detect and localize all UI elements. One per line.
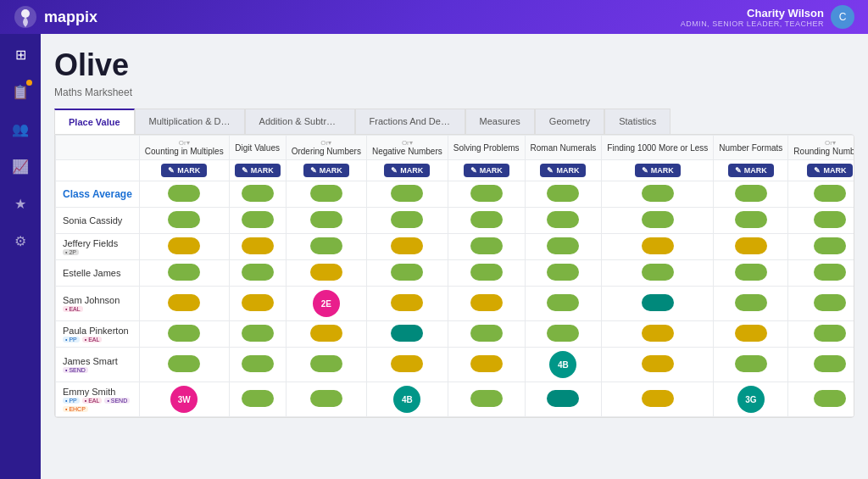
mark-btn-finding[interactable]: MARK bbox=[602, 160, 714, 181]
mark-btn-solving[interactable]: MARK bbox=[448, 160, 525, 181]
mark-btn-rounding-btn[interactable]: MARK bbox=[807, 164, 853, 177]
data-cell bbox=[448, 234, 525, 260]
user-info: Charity Wilson ADMIN, SENIOR LEADER, TEA… bbox=[681, 7, 824, 28]
sidebar-item-settings[interactable]: ⚙ bbox=[10, 231, 31, 251]
cell-oval-green bbox=[242, 185, 274, 202]
sidebar: ⊞ 📋 👥 📈 ★ ⚙ bbox=[0, 34, 41, 479]
tab-place-value[interactable]: Place Value bbox=[54, 109, 135, 134]
user-avatar[interactable]: C bbox=[831, 5, 854, 29]
data-cell bbox=[139, 208, 229, 234]
cell-oval-green bbox=[814, 325, 846, 342]
sidebar-item-home[interactable]: ⊞ bbox=[10, 44, 31, 64]
tab-addition[interactable]: Addition & Subtraction... bbox=[245, 109, 355, 134]
data-cell bbox=[448, 321, 525, 348]
data-cell bbox=[286, 181, 366, 208]
cell-oval-yellow bbox=[168, 237, 200, 254]
student-name-cell: Estelle James bbox=[56, 260, 140, 287]
cell-oval-green bbox=[391, 185, 423, 202]
student-tag: • EAL bbox=[82, 398, 103, 404]
mark-btn-solving-btn[interactable]: MARK bbox=[464, 164, 509, 177]
data-cell bbox=[229, 208, 286, 234]
cell-oval-yellow bbox=[242, 237, 274, 254]
cell-oval-teal bbox=[547, 390, 579, 407]
tab-multiplication[interactable]: Multiplication & Divis... bbox=[135, 109, 245, 134]
col-student-name bbox=[56, 136, 140, 160]
cell-oval-green bbox=[814, 264, 846, 281]
mark-btn-finding-btn[interactable]: MARK bbox=[635, 164, 681, 177]
mark-btn-negative-btn[interactable]: MARK bbox=[384, 164, 430, 177]
mappix-logo-icon bbox=[14, 5, 37, 29]
logo-area: mappix bbox=[14, 5, 97, 29]
mark-btn-number-btn[interactable]: MARK bbox=[728, 164, 774, 177]
data-cell bbox=[229, 181, 286, 208]
user-area: Charity Wilson ADMIN, SENIOR LEADER, TEA… bbox=[681, 5, 854, 29]
cell-oval-green bbox=[168, 355, 200, 372]
data-cell: 2E bbox=[286, 287, 366, 321]
sidebar-item-chart[interactable]: 📈 bbox=[10, 156, 31, 176]
cell-oval-yellow bbox=[642, 355, 674, 372]
mark-btn-roman[interactable]: MARK bbox=[525, 160, 602, 181]
cell-badge: 2E bbox=[313, 290, 340, 317]
student-tag: • SEND bbox=[63, 367, 88, 373]
data-cell: 3W bbox=[139, 382, 229, 417]
data-cell bbox=[602, 208, 714, 234]
tab-geometry[interactable]: Geometry bbox=[535, 109, 604, 134]
mark-btn-counting[interactable]: MARK bbox=[139, 160, 229, 181]
col-finding-1000: Finding 1000 More or Less bbox=[602, 136, 714, 160]
cell-oval-yellow bbox=[642, 390, 674, 407]
tab-statistics[interactable]: Statistics bbox=[604, 109, 670, 134]
sidebar-item-people[interactable]: 👥 bbox=[10, 119, 31, 139]
sidebar-item-book[interactable]: 📋 bbox=[10, 81, 31, 102]
cell-oval-green bbox=[735, 211, 767, 228]
tab-fractions[interactable]: Fractions And Decimals... bbox=[355, 109, 465, 134]
cell-oval-yellow bbox=[168, 294, 200, 311]
cell-oval-green bbox=[470, 390, 503, 407]
cell-oval-green bbox=[735, 264, 767, 281]
mark-btn-digit-btn[interactable]: MARK bbox=[235, 164, 281, 177]
sidebar-item-star[interactable]: ★ bbox=[10, 193, 31, 214]
cell-oval-yellow bbox=[735, 237, 767, 254]
cell-oval-green bbox=[242, 211, 274, 228]
student-tags: • SEND bbox=[63, 367, 132, 373]
cell-oval-green bbox=[547, 294, 579, 311]
mark-btn-digit[interactable]: MARK bbox=[229, 160, 286, 181]
data-cell bbox=[714, 348, 788, 382]
data-cell bbox=[229, 260, 286, 287]
mark-btn-roman-btn[interactable]: MARK bbox=[540, 164, 586, 177]
or-label-4: Or▾ bbox=[793, 139, 854, 147]
data-cell: 4B bbox=[525, 348, 602, 382]
marksheet-table: Or▾ Counting in Multiples Digit Values O… bbox=[55, 135, 854, 417]
student-tags: • PP• EAL• SEND• EHCP bbox=[63, 398, 132, 412]
mark-btn-number[interactable]: MARK bbox=[714, 160, 788, 181]
user-role: ADMIN, SENIOR LEADER, TEACHER bbox=[681, 19, 824, 28]
data-cell bbox=[602, 321, 714, 348]
col-digit-values: Digit Values bbox=[229, 136, 286, 160]
mark-btn-row: MARK MARK MARK MARK MARK MARK MARK MARK … bbox=[56, 160, 855, 181]
mark-btn-ordering-btn[interactable]: MARK bbox=[303, 164, 349, 177]
mark-btn-ordering[interactable]: MARK bbox=[286, 160, 366, 181]
cell-oval-green bbox=[814, 294, 846, 311]
tab-measures[interactable]: Measures bbox=[465, 109, 535, 134]
cell-oval-yellow bbox=[391, 294, 423, 311]
data-cell bbox=[139, 348, 229, 382]
data-cell bbox=[714, 260, 788, 287]
data-cell bbox=[366, 287, 448, 321]
tabs-container: Place Value Multiplication & Divis... Ad… bbox=[54, 109, 854, 134]
cell-oval-yellow bbox=[242, 294, 274, 311]
app-logo-text: mappix bbox=[44, 8, 97, 26]
cell-oval-green bbox=[310, 355, 342, 372]
top-navbar: mappix Charity Wilson ADMIN, SENIOR LEAD… bbox=[0, 0, 868, 34]
mark-btn-counting-btn[interactable]: MARK bbox=[161, 164, 207, 177]
mark-btn-rounding[interactable]: MARK bbox=[788, 160, 854, 181]
mark-btn-negative[interactable]: MARK bbox=[366, 160, 448, 181]
cell-oval-yellow bbox=[642, 325, 674, 342]
cell-oval-green bbox=[547, 211, 579, 228]
cell-oval-green bbox=[168, 325, 200, 342]
data-cell bbox=[286, 234, 366, 260]
cell-oval-green bbox=[310, 390, 342, 407]
data-cell bbox=[788, 348, 854, 382]
col-negative-numbers: Or▾ Negative Numbers bbox=[366, 136, 448, 160]
cell-oval-green bbox=[735, 355, 767, 372]
cell-oval-teal bbox=[391, 325, 423, 342]
data-cell bbox=[448, 181, 525, 208]
